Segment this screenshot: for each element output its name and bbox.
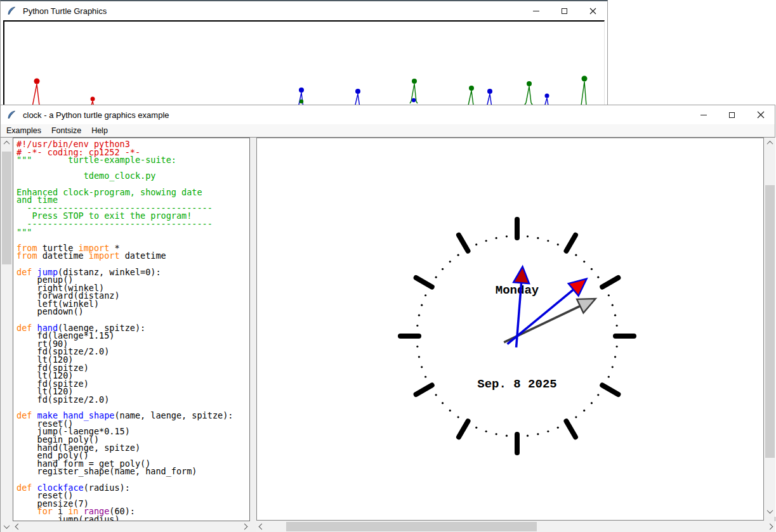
chevron-left-icon: [259, 524, 265, 530]
close-icon: [757, 111, 765, 119]
minute-dot: [612, 304, 614, 306]
hour-tick: [567, 235, 576, 251]
minute-dot: [457, 254, 459, 256]
scroll-down-button[interactable]: [765, 506, 775, 517]
clock-close-button[interactable]: [746, 105, 775, 124]
minute-dot: [424, 376, 426, 378]
weekday-label: Monday: [496, 283, 539, 297]
clock-canvas: MondaySep. 8 2025: [256, 138, 764, 521]
menu-fontsize[interactable]: Fontsize: [47, 125, 86, 136]
minute-dot: [547, 431, 549, 432]
minute-dot: [475, 427, 477, 429]
menubar: Examples Fontsize Help: [1, 124, 775, 138]
stick-figure: [410, 79, 418, 103]
bg-maximize-button[interactable]: [550, 1, 579, 20]
bg-close-button[interactable]: [579, 1, 607, 20]
minute-dot: [496, 433, 497, 435]
chevron-left-icon: [15, 524, 22, 530]
minute-dot: [583, 410, 585, 412]
chevron-up-icon: [767, 141, 773, 147]
scroll-up-button[interactable]: [1, 138, 12, 148]
minute-dot: [616, 346, 618, 347]
tk-feather-icon: [6, 110, 16, 120]
stick-figure: [31, 79, 41, 109]
scroll-right-button[interactable]: [765, 521, 775, 532]
clock-drawing: MondaySep. 8 2025: [257, 138, 763, 520]
bg-window-title: Python Turtle Graphics: [23, 6, 107, 16]
code-line: """ turtle-example-suite:: [16, 156, 249, 164]
minute-dot: [608, 294, 610, 296]
window-clock-example: clock - a Python turtle graphics example…: [0, 105, 775, 532]
minute-dot: [591, 268, 593, 270]
scrollbar-thumb[interactable]: [765, 185, 775, 458]
clock-window-title: clock - a Python turtle graphics example: [23, 110, 169, 120]
code-vertical-scrollbar[interactable]: [1, 138, 12, 532]
minute-dot: [421, 366, 423, 368]
minute-dot: [442, 402, 444, 404]
menu-examples[interactable]: Examples: [2, 125, 46, 136]
bg-minimize-button[interactable]: [522, 1, 550, 20]
minute-dot: [496, 237, 497, 239]
stick-figure: [467, 86, 475, 107]
chevron-right-icon: [767, 524, 773, 530]
minute-dot: [614, 356, 616, 358]
minute-dot: [485, 240, 487, 242]
minimize-icon: [700, 115, 707, 115]
minute-dot: [547, 240, 549, 242]
scroll-left-button[interactable]: [256, 521, 267, 532]
stick-figure: [354, 89, 360, 107]
minute-dot: [457, 416, 459, 418]
clock-window-titlebar[interactable]: clock - a Python turtle graphics example: [1, 105, 775, 124]
source-code-editor[interactable]: #!/usr/bin/env python3# -*- coding: cp12…: [13, 138, 250, 521]
minute-dot: [449, 410, 451, 412]
minute-dot: [421, 304, 423, 306]
stick-figure: [525, 81, 532, 105]
hour-tick: [459, 421, 468, 437]
code-horizontal-scrollbar[interactable]: [13, 521, 250, 532]
maximize-icon: [729, 112, 735, 118]
minute-dot: [416, 325, 418, 327]
hour-tick: [459, 235, 468, 251]
clock-minimize-button[interactable]: [689, 105, 718, 124]
hour-tick: [602, 278, 618, 287]
code-line: ------------------------------------: [16, 220, 249, 228]
stick-figure: [298, 88, 304, 107]
scrollbar-thumb[interactable]: [2, 152, 11, 264]
scroll-up-button[interactable]: [765, 138, 775, 148]
hour-tick: [416, 386, 432, 395]
canvas-horizontal-scrollbar[interactable]: [256, 521, 775, 532]
chevron-down-icon: [767, 507, 773, 514]
minute-dot: [424, 294, 426, 296]
minute-dot: [597, 394, 599, 396]
hour-tick: [416, 278, 432, 287]
minute-dot: [616, 325, 618, 327]
minute-dot: [597, 276, 599, 278]
close-icon: [589, 8, 596, 15]
minute-dot: [506, 235, 508, 237]
scroll-left-button[interactable]: [13, 521, 23, 532]
clock-maximize-button[interactable]: [718, 105, 746, 124]
chevron-right-icon: [242, 524, 248, 530]
minute-dot: [575, 416, 577, 418]
window-content: #!/usr/bin/env python3# -*- coding: cp12…: [1, 138, 775, 532]
code-line: """: [16, 228, 249, 237]
chevron-up-icon: [4, 141, 10, 147]
stick-figure: [486, 89, 492, 107]
hour-hand: [513, 266, 529, 347]
minimize-icon: [533, 11, 539, 11]
bg-window-titlebar[interactable]: Python Turtle Graphics: [1, 1, 607, 20]
date-label: Sep. 8 2025: [477, 377, 556, 391]
code-line: register_shape(name, hand_form): [16, 467, 249, 476]
minute-dot: [527, 435, 529, 437]
canvas-vertical-scrollbar[interactable]: [765, 138, 775, 517]
menu-help[interactable]: Help: [87, 125, 112, 136]
minute-dot: [416, 346, 418, 347]
scroll-right-button[interactable]: [239, 521, 250, 532]
stick-figure: [580, 76, 588, 108]
minute-dot: [557, 427, 559, 429]
scrollbar-thumb[interactable]: [286, 522, 537, 531]
code-line: fd(spitze/2.0): [16, 396, 249, 404]
scroll-down-button[interactable]: [1, 521, 12, 532]
minute-dot: [575, 254, 577, 256]
tk-feather-icon: [6, 6, 16, 16]
